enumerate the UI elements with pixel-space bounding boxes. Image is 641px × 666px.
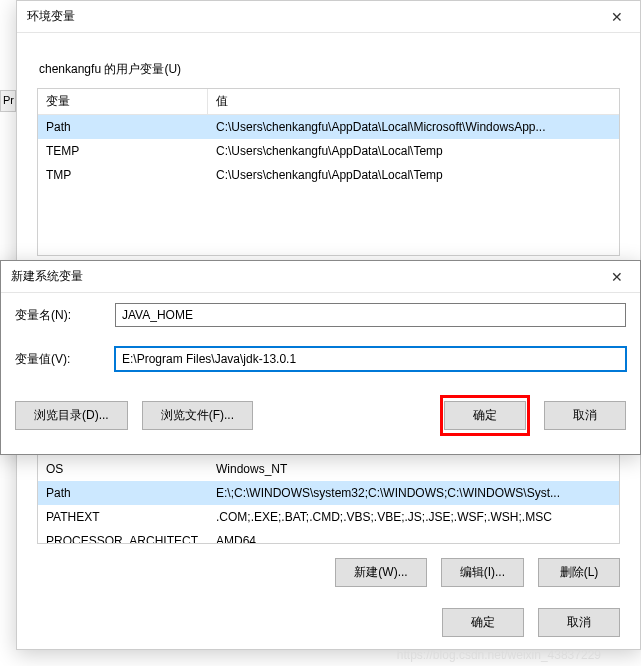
cell-val: .COM;.EXE;.BAT;.CMD;.VBS;.VBE;.JS;.JSE;.… xyxy=(208,508,619,526)
user-vars-body: Path C:\Users\chenkangfu\AppData\Local\M… xyxy=(38,115,619,255)
col-variable[interactable]: 变量 xyxy=(38,89,208,114)
titlebar: 环境变量 ✕ xyxy=(17,1,640,33)
cell-var: TMP xyxy=(38,166,208,184)
col-value[interactable]: 值 xyxy=(208,89,619,114)
cell-var: Path xyxy=(38,484,208,502)
delete-button[interactable]: 删除(L) xyxy=(538,558,620,587)
table-row[interactable]: OS Windows_NT xyxy=(38,457,619,481)
var-value-input[interactable] xyxy=(115,347,626,371)
user-vars-table[interactable]: 变量 值 Path C:\Users\chenkangfu\AppData\Lo… xyxy=(37,88,620,256)
dialog-title: 新建系统变量 xyxy=(11,268,83,285)
cell-var: Path xyxy=(38,118,208,136)
cell-val: C:\Users\chenkangfu\AppData\Local\Temp xyxy=(208,166,619,184)
cell-var: PROCESSOR_ARCHITECT... xyxy=(38,532,208,543)
var-name-input[interactable] xyxy=(115,303,626,327)
sys-vars-section: NUMBER_OF_PROCESSORS 8 OS Windows_NT Pat… xyxy=(37,433,620,587)
table-header: 变量 值 xyxy=(38,89,619,115)
table-row[interactable]: Path E:\;C:\WINDOWS\system32;C:\WINDOWS;… xyxy=(38,481,619,505)
new-system-var-dialog: 新建系统变量 ✕ 变量名(N): 变量值(V): 浏览目录(D)... 浏览文件… xyxy=(0,260,641,455)
ok-button[interactable]: 确定 xyxy=(442,608,524,637)
ok-button[interactable]: 确定 xyxy=(444,401,526,430)
sys-vars-buttons: 新建(W)... 编辑(I)... 删除(L) xyxy=(37,544,620,587)
highlight-box: 确定 xyxy=(440,395,530,436)
cell-var: TEMP xyxy=(38,142,208,160)
cell-val: C:\Users\chenkangfu\AppData\Local\Micros… xyxy=(208,118,619,136)
cell-val: E:\;C:\WINDOWS\system32;C:\WINDOWS;C:\WI… xyxy=(208,484,619,502)
browse-dir-button[interactable]: 浏览目录(D)... xyxy=(15,401,128,430)
dialog-bottom-buttons: 确定 取消 xyxy=(442,608,620,637)
cancel-button[interactable]: 取消 xyxy=(544,401,626,430)
table-row[interactable]: TMP C:\Users\chenkangfu\AppData\Local\Te… xyxy=(38,163,619,187)
cell-var: PATHEXT xyxy=(38,508,208,526)
table-row[interactable]: PROCESSOR_ARCHITECT... AMD64 xyxy=(38,529,619,543)
env-content: chenkangfu 的用户变量(U) 变量 值 Path C:\Users\c… xyxy=(17,33,640,266)
cancel-button[interactable]: 取消 xyxy=(538,608,620,637)
table-row[interactable]: Path C:\Users\chenkangfu\AppData\Local\M… xyxy=(38,115,619,139)
cell-var: OS xyxy=(38,460,208,478)
dialog-title: 环境变量 xyxy=(27,8,75,25)
close-icon[interactable]: ✕ xyxy=(594,261,640,293)
new-button[interactable]: 新建(W)... xyxy=(335,558,426,587)
var-value-row: 变量值(V): xyxy=(1,337,640,381)
table-row[interactable]: PATHEXT .COM;.EXE;.BAT;.CMD;.VBS;.VBE;.J… xyxy=(38,505,619,529)
left-fragment: Pr xyxy=(0,90,16,112)
cell-val: AMD64 xyxy=(208,532,619,543)
new-sys-buttons: 浏览目录(D)... 浏览文件(F)... 确定 取消 xyxy=(1,381,640,454)
close-icon[interactable]: ✕ xyxy=(594,1,640,33)
titlebar: 新建系统变量 ✕ xyxy=(1,261,640,293)
cell-val: C:\Users\chenkangfu\AppData\Local\Temp xyxy=(208,142,619,160)
cell-val: Windows_NT xyxy=(208,460,619,478)
user-vars-label: chenkangfu 的用户变量(U) xyxy=(39,61,620,78)
var-name-row: 变量名(N): xyxy=(1,293,640,337)
table-row[interactable]: TEMP C:\Users\chenkangfu\AppData\Local\T… xyxy=(38,139,619,163)
var-name-label: 变量名(N): xyxy=(15,307,105,324)
watermark: https://blog.csdn.net/weixin_43837229 xyxy=(397,648,601,662)
edit-button[interactable]: 编辑(I)... xyxy=(441,558,524,587)
var-value-label: 变量值(V): xyxy=(15,351,105,368)
browse-file-button[interactable]: 浏览文件(F)... xyxy=(142,401,253,430)
